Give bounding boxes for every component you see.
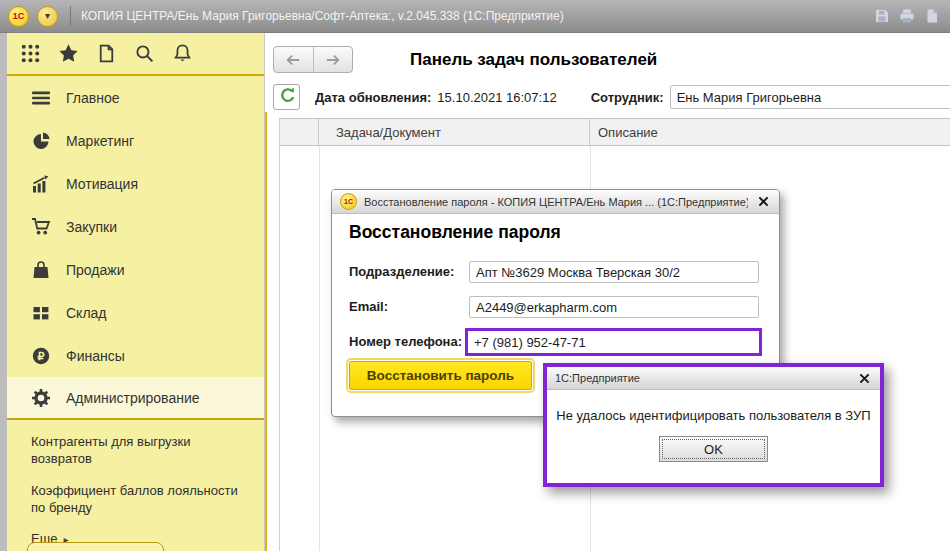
main-menu-button[interactable]: ▾ [37, 6, 58, 27]
shopping-bag-icon [31, 260, 51, 280]
sidebar-item-glavnoe[interactable]: Главное [7, 76, 264, 119]
warehouse-grid-icon [31, 303, 51, 323]
sidebar-item-administrirovanie[interactable]: Администрирование [7, 377, 264, 420]
sidebar: Главное Маркетинг Мотивация Закупки Прод… [0, 33, 265, 551]
department-label: Подразделение: [349, 264, 454, 279]
table-header-empty[interactable] [280, 119, 319, 145]
sidebar-item-label: Закупки [66, 219, 117, 235]
ok-button[interactable]: OK [659, 436, 768, 462]
phone-input[interactable] [465, 328, 762, 356]
notifications-bell-icon[interactable] [172, 43, 193, 64]
table-header-task-document[interactable]: Задача/Документ [319, 119, 590, 145]
search-icon[interactable] [134, 43, 155, 64]
sidebar-item-motivaciya[interactable]: Мотивация [7, 162, 264, 205]
favorites-star-icon[interactable] [58, 43, 79, 64]
email-label: Email: [349, 299, 388, 314]
history-nav-buttons [273, 46, 353, 73]
filter-row: Дата обновления: 15.10.2021 16:07:12 Сот… [315, 84, 950, 110]
sidebar-toolbar [7, 33, 264, 76]
sidebar-item-finansy[interactable]: ₽ Финансы [7, 334, 264, 377]
sidebar-item-label: Маркетинг [66, 133, 134, 149]
sidebar-link-kontragenty[interactable]: Контрагенты для выгрузки возвратов [31, 433, 250, 467]
message-dialog: 1С:Предприятие Не удалось идентифицирова… [543, 363, 884, 487]
message-dialog-title: 1С:Предприятие [555, 372, 856, 384]
message-dialog-titlebar[interactable]: 1С:Предприятие [547, 367, 880, 390]
dialog-heading: Восстановление пароля [349, 222, 561, 243]
save-icon[interactable] [874, 8, 890, 24]
phone-label: Номер телефона: [349, 334, 462, 349]
back-button[interactable] [274, 47, 314, 72]
updated-label: Дата обновления: [315, 90, 431, 105]
table-header-description[interactable]: Описание [590, 119, 950, 145]
message-text: Не удалось идентифицировать пользователя… [547, 408, 880, 423]
sidebar-links: Контрагенты для выгрузки возвратов Коэфф… [7, 420, 264, 546]
table-header-row: Задача/Документ Описание [280, 118, 950, 146]
sidebar-item-label: Администрирование [66, 390, 200, 406]
growth-chart-icon [31, 174, 51, 194]
svg-text:₽: ₽ [38, 350, 45, 362]
app-window: 1С ▾ КОПИЯ ЦЕНТРА/Ень Мария Григорьевна/… [0, 0, 950, 551]
sidebar-item-label: Склад [66, 305, 107, 321]
refresh-icon [278, 86, 296, 108]
sidebar-item-marketing[interactable]: Маркетинг [7, 119, 264, 162]
cart-icon [31, 217, 51, 237]
apps-grid-icon[interactable] [20, 43, 41, 64]
gear-icon [31, 388, 51, 408]
sidebar-link-koefficient[interactable]: Коэффициент баллов лояльности по бренду [31, 482, 250, 516]
history-icon[interactable] [96, 43, 117, 64]
dialog-titlebar[interactable]: 1С Восстановление пароля - КОПИЯ ЦЕНТРА/… [332, 190, 779, 214]
sidebar-item-sklad[interactable]: Склад [7, 291, 264, 334]
window-titlebar: 1С ▾ КОПИЯ ЦЕНТРА/Ень Мария Григорьевна/… [0, 0, 950, 33]
department-input[interactable] [469, 261, 759, 283]
sidebar-item-label: Продажи [66, 262, 124, 278]
print-preview-icon[interactable] [924, 8, 940, 24]
forward-button[interactable] [314, 47, 353, 72]
app-logo-1c-icon: 1С [8, 6, 29, 27]
print-icon[interactable] [899, 8, 915, 24]
table-column-divider [319, 146, 320, 551]
updated-value: 15.10.2021 16:07:12 [437, 90, 556, 105]
employee-input[interactable] [670, 85, 950, 109]
sidebar-item-label: Финансы [66, 348, 125, 364]
sidebar-item-label: Мотивация [66, 176, 138, 192]
email-input[interactable] [469, 296, 759, 318]
hamburger-icon [31, 88, 51, 108]
close-icon[interactable] [755, 194, 771, 210]
employee-label: Сотрудник: [591, 90, 664, 105]
dialog-title: Восстановление пароля - КОПИЯ ЦЕНТРА/Ень… [364, 196, 748, 208]
ruble-circle-icon: ₽ [31, 346, 51, 366]
pie-chart-icon [31, 131, 51, 151]
titlebar-separator [70, 6, 71, 26]
page-title: Панель задач пользователей [410, 50, 657, 70]
partial-bottom-button[interactable] [27, 542, 164, 551]
window-title: КОПИЯ ЦЕНТРА/Ень Мария Григорьевна/Софт-… [81, 9, 874, 23]
close-icon[interactable] [856, 370, 872, 386]
sidebar-item-label: Главное [66, 90, 120, 106]
sidebar-item-zakupki[interactable]: Закупки [7, 205, 264, 248]
dialog-1c-icon: 1С [340, 193, 357, 210]
restore-password-button[interactable]: Восстановить пароль [349, 361, 532, 390]
content-gold-separator [265, 112, 267, 551]
refresh-button[interactable] [273, 84, 300, 110]
sidebar-item-prodazhi[interactable]: Продажи [7, 248, 264, 291]
